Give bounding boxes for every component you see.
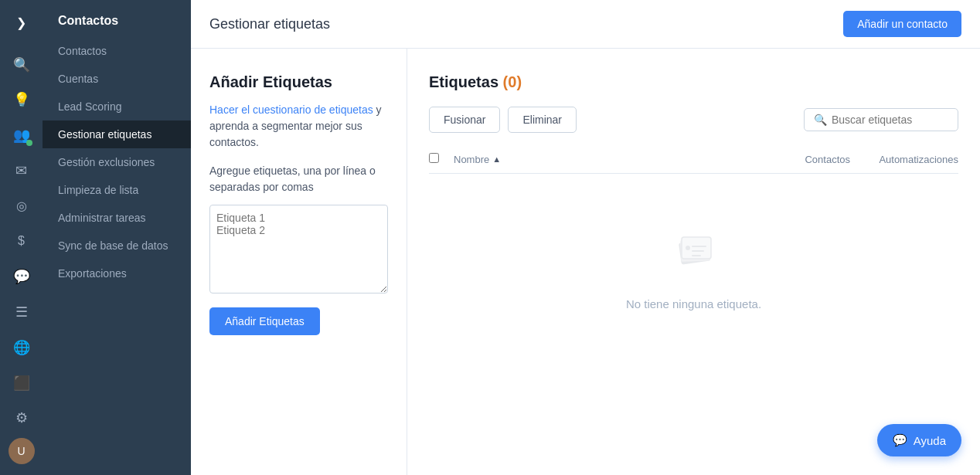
- sync-nav-icon[interactable]: ◎: [6, 191, 37, 222]
- etiquetas-count-val: (0): [503, 73, 522, 90]
- delete-button[interactable]: Eliminar: [508, 107, 577, 133]
- expand-icon: ❯: [16, 15, 26, 30]
- empty-state-icon: [663, 220, 725, 285]
- tags-textarea[interactable]: [209, 205, 388, 293]
- content-area: Añadir Etiquetas Hacer el cuestionario d…: [191, 49, 980, 475]
- table-col-contacts: Contactos: [757, 154, 850, 165]
- action-buttons: Fusionar Eliminar: [429, 107, 577, 133]
- search-nav-icon[interactable]: 🔍: [6, 49, 37, 80]
- right-panel-title: Etiquetas (0): [429, 73, 958, 91]
- instruction-text: Agregue etiquetas, una por línea o separ…: [209, 163, 388, 195]
- globe-nav-icon[interactable]: 🌐: [6, 332, 37, 363]
- left-panel-title: Añadir Etiquetas: [209, 73, 388, 91]
- questionnaire-link[interactable]: Hacer el cuestionario de etiquetas: [209, 103, 373, 116]
- lightbulb-nav-icon[interactable]: 💡: [6, 85, 37, 116]
- help-button[interactable]: 💬 Ayuda: [877, 424, 961, 456]
- sidebar-item-cuentas[interactable]: Cuentas: [43, 65, 191, 93]
- dollar-nav-icon[interactable]: $: [6, 226, 37, 257]
- icon-sidebar: ❯ 🔍 💡 👥 ✉ ◎ $ 💬 ☰ 🌐 ⬛ ⚙ U: [0, 0, 43, 475]
- empty-state: No tiene ninguna etiqueta.: [429, 174, 958, 357]
- chat-nav-icon[interactable]: 💬: [6, 261, 37, 292]
- people-nav-icon[interactable]: 👥: [6, 120, 37, 151]
- col-name-label: Nombre: [454, 154, 489, 165]
- select-all-checkbox[interactable]: [429, 153, 439, 163]
- add-contact-button[interactable]: Añadir un contacto: [843, 11, 961, 37]
- sidebar-item-administrar-tareas[interactable]: Administrar tareas: [43, 204, 191, 232]
- sidebar-item-lead-scoring[interactable]: Lead Scoring: [43, 93, 191, 120]
- left-panel-description: Hacer el cuestionario de etiquetas y apr…: [209, 102, 388, 151]
- sidebar-item-gestion-exclusiones[interactable]: Gestión exclusiones: [43, 148, 191, 176]
- main-area: Gestionar etiquetas Añadir un contacto A…: [191, 0, 980, 475]
- add-tags-button[interactable]: Añadir Etiquetas: [209, 307, 320, 335]
- sort-arrow-icon: ▲: [492, 154, 501, 164]
- sidebar-item-exportaciones[interactable]: Exportaciones: [43, 260, 191, 287]
- list-nav-icon[interactable]: ☰: [6, 297, 37, 327]
- action-bar: Fusionar Eliminar 🔍: [429, 107, 958, 133]
- sidebar-item-sync-base-datos[interactable]: Sync de base de datos: [43, 232, 191, 260]
- merge-button[interactable]: Fusionar: [429, 107, 500, 133]
- sidebar-item-gestionar-etiquetas[interactable]: Gestionar etiquetas: [43, 120, 191, 148]
- table-col-name[interactable]: Nombre ▲: [454, 154, 757, 165]
- search-input[interactable]: [832, 114, 948, 126]
- empty-state-text: No tiene ninguna etiqueta.: [626, 297, 761, 310]
- help-button-label: Ayuda: [914, 434, 946, 447]
- sidebar-item-limpieza-lista[interactable]: Limpieza de lista: [43, 176, 191, 204]
- sidebar-item-contactos[interactable]: Contactos: [43, 37, 191, 65]
- right-panel: Etiquetas (0) Fusionar Eliminar 🔍: [407, 49, 980, 475]
- table-col-checkbox: [429, 153, 454, 165]
- help-chat-icon: 💬: [893, 433, 907, 447]
- sidebar-section-title: Contactos: [43, 0, 191, 37]
- active-dot: [26, 140, 32, 146]
- svg-point-3: [686, 246, 690, 250]
- nav-sidebar: Contactos Contactos Cuentas Lead Scoring…: [43, 0, 191, 475]
- expand-button[interactable]: ❯: [6, 8, 37, 39]
- page-title: Gestionar etiquetas: [209, 16, 330, 32]
- search-icon: 🔍: [814, 114, 827, 126]
- gear-nav-icon[interactable]: ⚙: [6, 402, 37, 433]
- etiquetas-label: Etiquetas: [429, 73, 499, 90]
- avatar[interactable]: U: [9, 438, 35, 464]
- topbar: Gestionar etiquetas Añadir un contacto: [191, 0, 980, 49]
- mail-nav-icon[interactable]: ✉: [6, 155, 37, 186]
- layout-nav-icon[interactable]: ⬛: [6, 368, 37, 399]
- left-panel: Añadir Etiquetas Hacer el cuestionario d…: [191, 49, 407, 475]
- search-box: 🔍: [804, 108, 958, 131]
- table-header: Nombre ▲ Contactos Automatizaciones: [429, 145, 958, 174]
- table-col-automations: Automatizaciones: [850, 154, 958, 165]
